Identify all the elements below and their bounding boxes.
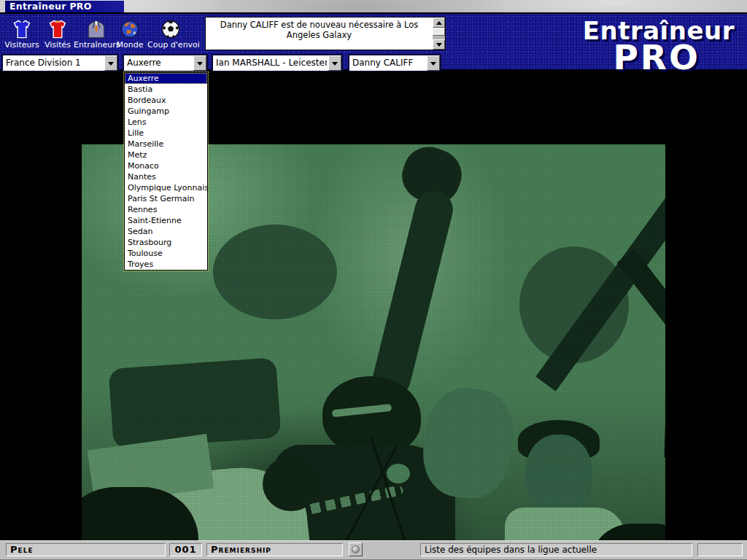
- status-hint: Liste des équipes dans la ligue actuelle: [420, 543, 692, 556]
- team-option[interactable]: Paris St Germain: [125, 193, 207, 204]
- chevron-down-icon[interactable]: [104, 55, 117, 71]
- status-globe-button[interactable]: [349, 542, 363, 556]
- person-combo-value: Ian MARSHALL - Leicester City: [216, 57, 327, 69]
- team-option[interactable]: Marseille: [125, 139, 207, 149]
- status-empty-panel: [697, 543, 743, 556]
- status-bar: Pele 001 Premiership Liste des équipes d…: [0, 540, 747, 560]
- photo-shape: [417, 383, 519, 503]
- triangle-down-icon: [108, 62, 114, 66]
- main-content-area: [0, 71, 747, 540]
- photo-shape: [387, 464, 410, 483]
- team-option[interactable]: Nantes: [125, 171, 207, 182]
- team-dropdown-list: Auxerre Bastia Bordeaux Guingamp Lens Li…: [124, 72, 208, 271]
- team-option[interactable]: Sedan: [125, 226, 207, 237]
- globe-icon: [352, 545, 360, 553]
- manager-suit-icon: [86, 20, 107, 39]
- toolbar-label: Entraîneurs: [74, 40, 119, 50]
- team-option[interactable]: Toulouse: [125, 248, 207, 259]
- chevron-down-icon[interactable]: [193, 55, 206, 71]
- team-option[interactable]: Saint-Etienne: [125, 215, 207, 226]
- photo-shape: [213, 225, 337, 319]
- triangle-down-icon: [332, 62, 338, 66]
- toolbar-label: Visiteurs: [3, 40, 41, 50]
- league-combo[interactable]: France Division 1: [1, 54, 119, 72]
- team-option[interactable]: Rennes: [125, 204, 207, 215]
- photo-shape: [369, 187, 457, 401]
- news-ticker: Danny CALIFF est de nouveau nécessaire à…: [205, 17, 446, 50]
- triangle-down-icon: [430, 62, 436, 66]
- team-option[interactable]: Troyes: [125, 259, 207, 270]
- team-combo[interactable]: Auxerre: [123, 54, 208, 72]
- news-text: Danny CALIFF est de nouveau nécessaire à…: [209, 20, 430, 48]
- team-option[interactable]: Bastia: [125, 84, 207, 95]
- kickoff-football-icon: [161, 20, 180, 39]
- team-option[interactable]: Lens: [125, 117, 207, 128]
- person-combo[interactable]: Ian MARSHALL - Leicester City: [212, 54, 343, 72]
- photo-shape: [370, 437, 408, 548]
- away-shirt-icon: [12, 20, 32, 39]
- chevron-down-icon[interactable]: [427, 55, 440, 71]
- status-counter: 001: [169, 543, 202, 556]
- toolbar-button-visiteurs[interactable]: Visiteurs: [3, 20, 41, 52]
- photo-shape: [395, 144, 469, 211]
- player-combo-value: Danny CALIFF: [352, 57, 425, 69]
- photo-shape: [108, 357, 281, 449]
- photo-shape: [525, 435, 592, 516]
- triangle-down-icon: [197, 62, 203, 66]
- toolbar-button-monde[interactable]: Monde: [115, 20, 144, 52]
- photo-shape: [295, 485, 404, 518]
- photo-shape: [332, 404, 392, 418]
- app-logo: Entraîneur PRO: [441, 14, 747, 69]
- chevron-down-icon[interactable]: [328, 55, 341, 71]
- top-toolbar-panel: Visiteurs Visités Entraîneurs Monde: [0, 12, 747, 71]
- toolbar-button-visites[interactable]: Visités: [42, 20, 74, 52]
- toolbar-button-entraineurs[interactable]: Entraîneurs: [74, 20, 119, 52]
- toolbar-label: Monde: [115, 40, 144, 50]
- team-option[interactable]: Lille: [125, 128, 207, 139]
- photo-shape: [664, 144, 665, 458]
- photo-shape: [617, 249, 665, 441]
- toolbar-button-coup-denvoi[interactable]: Coup d'envoi: [147, 20, 194, 52]
- photo-shape: [518, 420, 600, 460]
- player-combo[interactable]: Danny CALIFF: [348, 54, 441, 72]
- photo-shape: [263, 456, 320, 511]
- team-option[interactable]: Bordeaux: [125, 95, 207, 106]
- team-option[interactable]: Guingamp: [125, 106, 207, 117]
- home-shirt-icon: [47, 20, 68, 39]
- team-option[interactable]: Metz: [125, 149, 207, 160]
- photo-shape: [535, 182, 665, 392]
- photo-shape: [519, 246, 629, 363]
- world-globe-icon: [120, 20, 139, 39]
- window-title: Entraîneur PRO: [5, 1, 124, 12]
- status-manager-name: Pele: [6, 543, 166, 556]
- photo-shape: [88, 434, 214, 505]
- status-league-name: Premiership: [206, 543, 343, 556]
- team-combo-value: Auxerre: [127, 57, 192, 69]
- league-combo-value: France Division 1: [6, 57, 103, 69]
- team-option[interactable]: Monaco: [125, 160, 207, 171]
- team-option[interactable]: Strasbourg: [125, 237, 207, 248]
- toolbar-label: Visités: [42, 40, 74, 50]
- toolbar-label: Coup d'envoi: [147, 40, 194, 50]
- photo-shape: [322, 376, 421, 455]
- team-option[interactable]: Auxerre: [125, 73, 207, 84]
- team-option[interactable]: Olympique Lyonnais: [125, 182, 207, 193]
- photo-shape: [344, 446, 398, 543]
